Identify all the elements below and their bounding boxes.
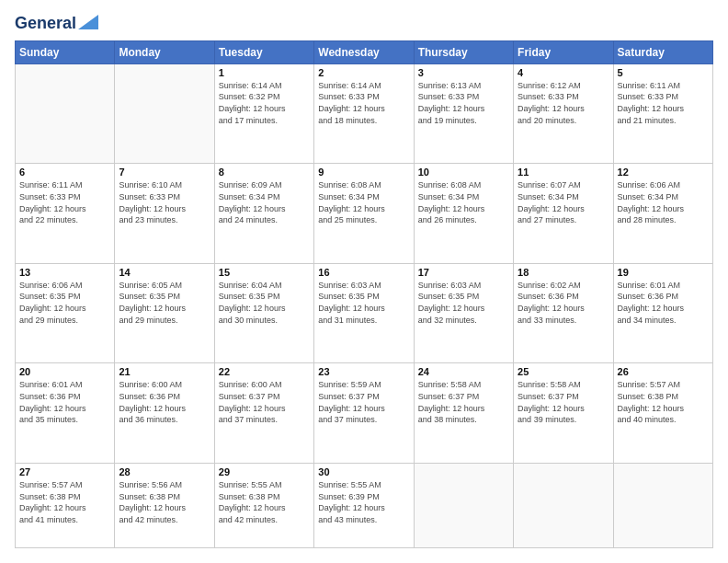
week-row-2: 6Sunrise: 6:11 AMSunset: 6:33 PMDaylight… <box>16 164 713 264</box>
calendar-cell: 19Sunrise: 6:01 AMSunset: 6:36 PMDayligh… <box>613 263 712 363</box>
page-header: General <box>15 15 713 31</box>
week-row-3: 13Sunrise: 6:06 AMSunset: 6:35 PMDayligh… <box>16 263 713 363</box>
weekday-header-friday: Friday <box>514 40 613 63</box>
day-number: 11 <box>518 167 609 178</box>
day-info: Sunrise: 6:05 AMSunset: 6:35 PMDaylight:… <box>119 280 210 326</box>
calendar-cell: 18Sunrise: 6:02 AMSunset: 6:36 PMDayligh… <box>514 263 613 363</box>
day-number: 4 <box>518 67 609 78</box>
day-number: 12 <box>618 167 709 178</box>
day-number: 26 <box>618 366 709 377</box>
day-info: Sunrise: 6:01 AMSunset: 6:36 PMDaylight:… <box>618 280 709 326</box>
calendar-cell: 25Sunrise: 5:58 AMSunset: 6:37 PMDayligh… <box>514 363 613 464</box>
calendar-cell: 17Sunrise: 6:03 AMSunset: 6:35 PMDayligh… <box>414 263 513 363</box>
calendar-cell: 5Sunrise: 6:11 AMSunset: 6:33 PMDaylight… <box>613 63 712 164</box>
day-number: 1 <box>219 67 310 78</box>
calendar-cell: 27Sunrise: 5:57 AMSunset: 6:38 PMDayligh… <box>16 463 115 547</box>
day-number: 3 <box>418 67 509 78</box>
day-info: Sunrise: 6:00 AMSunset: 6:36 PMDaylight:… <box>119 379 210 425</box>
day-info: Sunrise: 5:57 AMSunset: 6:38 PMDaylight:… <box>19 479 110 525</box>
calendar-cell: 6Sunrise: 6:11 AMSunset: 6:33 PMDaylight… <box>16 164 115 264</box>
day-info: Sunrise: 6:03 AMSunset: 6:35 PMDaylight:… <box>318 280 409 326</box>
calendar-cell: 12Sunrise: 6:06 AMSunset: 6:34 PMDayligh… <box>613 164 712 264</box>
day-info: Sunrise: 6:10 AMSunset: 6:33 PMDaylight:… <box>119 179 210 225</box>
day-info: Sunrise: 6:09 AMSunset: 6:34 PMDaylight:… <box>219 179 310 225</box>
calendar-cell: 21Sunrise: 6:00 AMSunset: 6:36 PMDayligh… <box>115 363 214 464</box>
day-info: Sunrise: 6:02 AMSunset: 6:36 PMDaylight:… <box>518 280 609 326</box>
day-info: Sunrise: 6:01 AMSunset: 6:36 PMDaylight:… <box>19 379 110 425</box>
weekday-header-row: SundayMondayTuesdayWednesdayThursdayFrid… <box>16 40 713 63</box>
week-row-4: 20Sunrise: 6:01 AMSunset: 6:36 PMDayligh… <box>16 363 713 464</box>
day-info: Sunrise: 6:06 AMSunset: 6:35 PMDaylight:… <box>19 280 110 326</box>
calendar-cell: 28Sunrise: 5:56 AMSunset: 6:38 PMDayligh… <box>115 463 214 547</box>
day-number: 8 <box>219 167 310 178</box>
day-info: Sunrise: 6:08 AMSunset: 6:34 PMDaylight:… <box>318 179 409 225</box>
calendar-cell: 9Sunrise: 6:08 AMSunset: 6:34 PMDaylight… <box>314 164 414 264</box>
day-info: Sunrise: 6:11 AMSunset: 6:33 PMDaylight:… <box>19 179 110 225</box>
calendar-cell: 2Sunrise: 6:14 AMSunset: 6:33 PMDaylight… <box>314 63 414 164</box>
day-number: 23 <box>318 366 409 377</box>
day-info: Sunrise: 5:58 AMSunset: 6:37 PMDaylight:… <box>418 379 509 425</box>
calendar-cell: 8Sunrise: 6:09 AMSunset: 6:34 PMDaylight… <box>214 164 313 264</box>
day-info: Sunrise: 6:14 AMSunset: 6:33 PMDaylight:… <box>318 80 409 126</box>
day-number: 29 <box>219 466 310 477</box>
calendar-cell: 16Sunrise: 6:03 AMSunset: 6:35 PMDayligh… <box>314 263 414 363</box>
svg-marker-0 <box>78 15 98 29</box>
weekday-header-monday: Monday <box>115 40 214 63</box>
logo-icon <box>78 15 98 29</box>
day-number: 19 <box>618 267 709 278</box>
calendar-cell: 23Sunrise: 5:59 AMSunset: 6:37 PMDayligh… <box>314 363 414 464</box>
day-number: 28 <box>119 466 210 477</box>
day-info: Sunrise: 6:03 AMSunset: 6:35 PMDaylight:… <box>418 280 509 326</box>
day-number: 24 <box>418 366 509 377</box>
calendar-cell: 7Sunrise: 6:10 AMSunset: 6:33 PMDaylight… <box>115 164 214 264</box>
weekday-header-thursday: Thursday <box>414 40 513 63</box>
calendar-cell: 29Sunrise: 5:55 AMSunset: 6:38 PMDayligh… <box>214 463 313 547</box>
day-number: 5 <box>618 67 709 78</box>
day-number: 30 <box>318 466 409 477</box>
week-row-5: 27Sunrise: 5:57 AMSunset: 6:38 PMDayligh… <box>16 463 713 547</box>
day-number: 2 <box>318 67 409 78</box>
day-info: Sunrise: 6:04 AMSunset: 6:35 PMDaylight:… <box>219 280 310 326</box>
calendar-cell: 15Sunrise: 6:04 AMSunset: 6:35 PMDayligh… <box>214 263 313 363</box>
day-number: 15 <box>219 267 310 278</box>
calendar-cell: 20Sunrise: 6:01 AMSunset: 6:36 PMDayligh… <box>16 363 115 464</box>
day-number: 22 <box>219 366 310 377</box>
calendar-cell: 11Sunrise: 6:07 AMSunset: 6:34 PMDayligh… <box>514 164 613 264</box>
day-info: Sunrise: 6:14 AMSunset: 6:32 PMDaylight:… <box>219 80 310 126</box>
weekday-header-sunday: Sunday <box>16 40 115 63</box>
calendar-cell: 26Sunrise: 5:57 AMSunset: 6:38 PMDayligh… <box>613 363 712 464</box>
calendar-cell: 14Sunrise: 6:05 AMSunset: 6:35 PMDayligh… <box>115 263 214 363</box>
day-number: 7 <box>119 167 210 178</box>
day-number: 21 <box>119 366 210 377</box>
week-row-1: 1Sunrise: 6:14 AMSunset: 6:32 PMDaylight… <box>16 63 713 164</box>
day-info: Sunrise: 6:12 AMSunset: 6:33 PMDaylight:… <box>518 80 609 126</box>
calendar-table: SundayMondayTuesdayWednesdayThursdayFrid… <box>15 40 713 548</box>
calendar-cell <box>414 463 513 547</box>
day-number: 18 <box>518 267 609 278</box>
day-number: 13 <box>19 267 110 278</box>
day-info: Sunrise: 5:57 AMSunset: 6:38 PMDaylight:… <box>618 379 709 425</box>
logo-text: General <box>15 15 76 33</box>
logo: General <box>15 15 98 31</box>
day-info: Sunrise: 6:00 AMSunset: 6:37 PMDaylight:… <box>219 379 310 425</box>
day-info: Sunrise: 6:06 AMSunset: 6:34 PMDaylight:… <box>618 179 709 225</box>
day-number: 6 <box>19 167 110 178</box>
day-number: 25 <box>518 366 609 377</box>
day-info: Sunrise: 6:13 AMSunset: 6:33 PMDaylight:… <box>418 80 509 126</box>
day-info: Sunrise: 5:58 AMSunset: 6:37 PMDaylight:… <box>518 379 609 425</box>
day-number: 20 <box>19 366 110 377</box>
calendar-cell: 24Sunrise: 5:58 AMSunset: 6:37 PMDayligh… <box>414 363 513 464</box>
calendar-cell <box>514 463 613 547</box>
day-number: 16 <box>318 267 409 278</box>
day-number: 9 <box>318 167 409 178</box>
day-info: Sunrise: 6:07 AMSunset: 6:34 PMDaylight:… <box>518 179 609 225</box>
calendar-cell: 10Sunrise: 6:08 AMSunset: 6:34 PMDayligh… <box>414 164 513 264</box>
day-info: Sunrise: 5:55 AMSunset: 6:39 PMDaylight:… <box>318 479 409 525</box>
day-info: Sunrise: 6:11 AMSunset: 6:33 PMDaylight:… <box>618 80 709 126</box>
day-number: 10 <box>418 167 509 178</box>
calendar-cell: 3Sunrise: 6:13 AMSunset: 6:33 PMDaylight… <box>414 63 513 164</box>
day-number: 27 <box>19 466 110 477</box>
day-info: Sunrise: 6:08 AMSunset: 6:34 PMDaylight:… <box>418 179 509 225</box>
calendar-cell: 4Sunrise: 6:12 AMSunset: 6:33 PMDaylight… <box>514 63 613 164</box>
calendar-cell <box>613 463 712 547</box>
